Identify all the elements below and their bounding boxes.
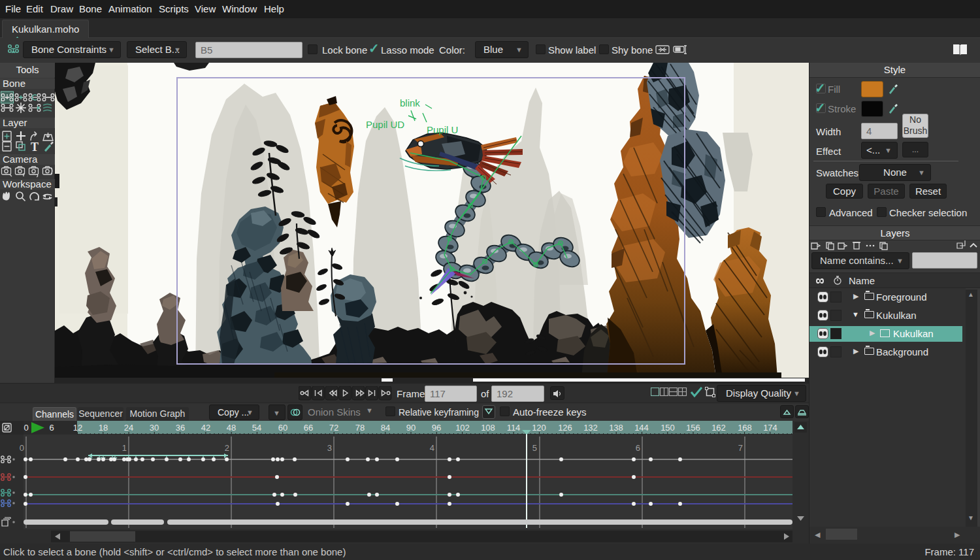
svg-text:174: 174 — [763, 423, 777, 433]
svg-text:108: 108 — [481, 423, 495, 433]
svg-text:blink: blink — [400, 97, 420, 108]
svg-text:54: 54 — [252, 423, 261, 433]
svg-text:6: 6 — [49, 423, 54, 433]
svg-text:0: 0 — [24, 423, 28, 433]
svg-text:138: 138 — [609, 423, 623, 433]
svg-text:4: 4 — [430, 443, 434, 453]
svg-text:162: 162 — [711, 423, 726, 433]
svg-text:Pupil UD: Pupil UD — [366, 119, 404, 130]
svg-text:120: 120 — [532, 423, 546, 433]
svg-text:114: 114 — [507, 423, 521, 433]
svg-text:Layer: Layer — [3, 117, 27, 128]
svg-text:90: 90 — [406, 423, 416, 433]
svg-text:30: 30 — [150, 423, 159, 433]
svg-text:168: 168 — [738, 423, 752, 433]
svg-text:42: 42 — [201, 423, 210, 433]
svg-text:102: 102 — [455, 423, 470, 433]
svg-text:24: 24 — [124, 423, 133, 433]
svg-text:1: 1 — [122, 443, 127, 453]
svg-text:78: 78 — [355, 423, 365, 433]
svg-text:Camera: Camera — [3, 154, 38, 165]
svg-text:2: 2 — [225, 443, 229, 453]
svg-text:3: 3 — [327, 443, 332, 453]
svg-text:150: 150 — [661, 423, 675, 433]
svg-text:0: 0 — [20, 443, 24, 453]
svg-text:66: 66 — [304, 423, 313, 433]
svg-text:12: 12 — [73, 423, 82, 433]
svg-text:60: 60 — [278, 423, 287, 433]
svg-text:Pupil U: Pupil U — [427, 124, 458, 135]
svg-text:132: 132 — [583, 423, 598, 433]
svg-text:18: 18 — [99, 423, 108, 433]
svg-text:Workspace: Workspace — [3, 178, 52, 189]
svg-text:72: 72 — [329, 423, 338, 433]
svg-text:5: 5 — [532, 443, 537, 453]
svg-text:36: 36 — [176, 423, 185, 433]
svg-text:96: 96 — [432, 423, 441, 433]
svg-text:84: 84 — [381, 423, 390, 433]
svg-text:156: 156 — [686, 423, 700, 433]
svg-text:126: 126 — [558, 423, 572, 433]
svg-text:6: 6 — [636, 443, 640, 453]
svg-text:7: 7 — [738, 443, 743, 453]
svg-text:Tools: Tools — [16, 64, 39, 75]
svg-text:48: 48 — [227, 423, 236, 433]
svg-text:Bone: Bone — [3, 78, 25, 89]
svg-text:144: 144 — [634, 423, 649, 433]
svg-text:T: T — [31, 140, 39, 154]
